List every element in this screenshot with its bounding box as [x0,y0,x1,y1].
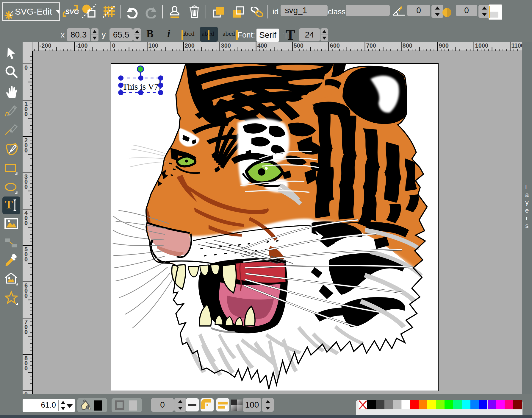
svg-text:0: 0 [24,111,28,117]
svg-text:800: 800 [403,42,412,49]
svg-text:0: 0 [24,292,28,299]
svg-text:-100: -100 [76,42,88,49]
svg-text:300: 300 [221,42,231,49]
svg-text:700: 700 [366,42,376,49]
svg-text:T: T [5,198,13,211]
svg-text:400: 400 [257,42,267,49]
svg-text:9: 9 [24,391,28,394]
svg-text:0: 0 [112,42,115,49]
svg-text:0: 0 [24,183,28,190]
svg-text:0: 0 [24,365,28,372]
svg-text:This is V7: This is V7 [122,82,158,91]
svg-text:0: 0 [24,64,28,71]
svg-text:1000: 1000 [475,42,489,49]
svg-text:0: 0 [24,329,28,335]
svg-text:600: 600 [330,42,340,49]
svg-text:900: 900 [439,42,449,49]
svg-text:0: 0 [24,256,28,263]
svg-text:500: 500 [294,42,303,49]
svg-text:0: 0 [24,147,28,154]
svg-text:SVG: SVG [65,8,79,15]
svg-text:0: 0 [24,220,28,226]
svg-text:100: 100 [148,42,158,49]
svg-text:-200: -200 [40,42,51,49]
svg-text:1100: 1100 [511,42,522,49]
svg-text:200: 200 [185,42,195,49]
